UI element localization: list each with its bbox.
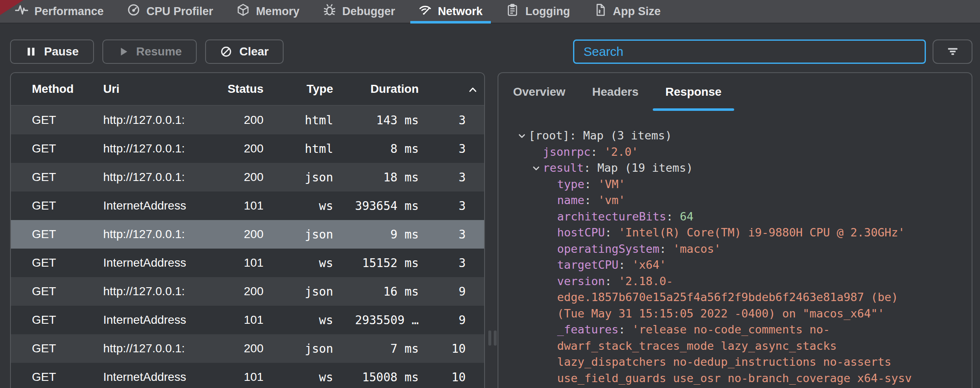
tree-value: 'Intel(R) Core(TM) i9-9880H CPU @ 2.30GH…	[618, 226, 905, 239]
nav-tab-cpu-profiler[interactable]: CPU Profiler	[115, 0, 225, 23]
tree-value: 'x64'	[632, 258, 666, 271]
nav-tab-label: Network	[438, 5, 483, 18]
expander-chevron-down-icon[interactable]	[517, 128, 529, 144]
column-header-duration[interactable]: Duration	[333, 82, 419, 96]
tree-separator: :	[605, 226, 619, 239]
tab-label: Response	[665, 85, 722, 99]
cell-method: GET	[11, 142, 103, 155]
tree-line: operatingSystem: 'macos'	[498, 241, 972, 257]
cell-ts: 3	[419, 199, 484, 213]
expander-chevron-down-icon[interactable]	[532, 160, 543, 176]
cell-method: GET	[11, 228, 103, 241]
cell-uri: InternetAddress	[103, 256, 201, 270]
table-row[interactable]: GEThttp://127.0.0.1:200json7 ms10	[11, 334, 484, 363]
cell-uri: InternetAddress	[103, 313, 201, 327]
table-row[interactable]: GETInternetAddress101ws15008 ms10	[11, 363, 484, 388]
filter-button[interactable]	[933, 39, 972, 64]
column-header-uri[interactable]: Uri	[103, 82, 201, 96]
cell-uri: http://127.0.0.1:	[103, 113, 201, 127]
table-row[interactable]: GETInternetAddress101ws393654 ms3	[11, 191, 484, 220]
tree-separator: :	[584, 178, 598, 191]
table-body: GEThttp://127.0.0.1:200html143 ms3GEThtt…	[11, 106, 484, 388]
nav-tab-label: Memory	[256, 5, 300, 18]
clipboard-icon	[506, 3, 519, 19]
column-header-method[interactable]: Method	[11, 82, 103, 96]
tree-line: targetCPU: 'x64'	[498, 257, 972, 273]
cell-type: ws	[263, 256, 333, 270]
cell-status: 101	[201, 199, 263, 212]
cell-method: GET	[11, 170, 103, 184]
tree-value: 'VM'	[598, 178, 626, 191]
pause-label: Pause	[44, 45, 79, 58]
tree-line: name: 'vm'	[498, 192, 972, 209]
tree-value: edge.1857b670e15a25f4a56f2f9bdeb6f2463e8…	[557, 291, 898, 304]
nav-tab-debugger[interactable]: Debugger	[311, 0, 407, 23]
cell-method: GET	[11, 199, 103, 212]
tree-value: use_field_guards use_osr no-branch_cover…	[557, 372, 912, 385]
nav-tab-performance[interactable]: Performance	[3, 0, 115, 23]
nav-tab-logging[interactable]: Logging	[494, 0, 581, 23]
tree-key: type	[557, 178, 584, 191]
tree-key: [root]	[529, 129, 570, 142]
cell-method: GET	[11, 342, 103, 355]
nav-tab-app-size[interactable]: App Size	[582, 0, 672, 23]
table-row[interactable]: GEThttp://127.0.0.1:200json16 ms9	[11, 277, 484, 306]
clear-label: Clear	[239, 45, 268, 58]
cell-method: GET	[11, 370, 103, 384]
table-row[interactable]: GEThttp://127.0.0.1:200html143 ms3	[11, 106, 484, 134]
pause-button[interactable]: Pause	[10, 39, 94, 64]
cell-status: 200	[201, 285, 263, 298]
cell-type: json	[263, 170, 333, 184]
tree-value: 'release no-code_comments no-	[632, 323, 830, 336]
column-header-type[interactable]: Type	[263, 82, 333, 96]
cell-type: ws	[263, 199, 333, 213]
tree-value: dwarf_stack_traces_mode lazy_async_stack…	[557, 339, 837, 352]
tree-line: architectureBits: 64	[498, 209, 972, 225]
tree-key: jsonrpc	[543, 145, 591, 158]
column-header-label: Uri	[103, 82, 120, 95]
split-drag-handle[interactable]	[487, 330, 498, 346]
cell-status: 200	[201, 228, 263, 241]
pause-icon	[25, 46, 37, 58]
nav-tab-network[interactable]: Network	[407, 0, 495, 23]
cell-type: json	[263, 342, 333, 356]
search-input[interactable]	[573, 39, 926, 64]
tree-line: hostCPU: 'Intel(R) Core(TM) i9-9880H CPU…	[498, 225, 972, 241]
nav-tab-memory[interactable]: Memory	[225, 0, 311, 23]
nav-tab-label: Debugger	[342, 5, 395, 18]
network-toolbar: Pause Resume Clear	[10, 39, 972, 64]
table-row[interactable]: GEThttp://127.0.0.1:200json18 ms3	[11, 163, 484, 191]
cell-status: 101	[201, 370, 263, 384]
cell-type: html	[263, 142, 333, 156]
tree-value: '2.0'	[604, 145, 638, 158]
cell-status: 101	[201, 256, 263, 270]
tree-line-continuation: edge.1857b670e15a25f4a56f2f9bdeb6f2463e8…	[498, 289, 972, 306]
cell-duration: 8 ms	[333, 142, 419, 156]
resume-button[interactable]: Resume	[102, 39, 197, 64]
table-row[interactable]: GETInternetAddress101ws15152 ms3	[11, 249, 484, 277]
tree-separator: :	[618, 323, 632, 336]
table-row[interactable]: GETInternetAddress101ws2935509 …9	[11, 306, 484, 334]
column-header-ts[interactable]	[419, 82, 484, 96]
cell-method: GET	[11, 113, 103, 127]
table-row[interactable]: GEThttp://127.0.0.1:200json9 ms3	[11, 220, 484, 249]
cell-method: GET	[11, 256, 103, 270]
network-icon	[419, 3, 432, 19]
cell-duration: 143 ms	[333, 113, 419, 127]
table-row[interactable]: GEThttp://127.0.0.1:200html8 ms3	[11, 134, 484, 163]
tree-separator: :	[618, 258, 632, 271]
cell-uri: http://127.0.0.1:	[103, 285, 201, 298]
tree-line-continuation: use_field_guards use_osr no-branch_cover…	[498, 370, 972, 387]
cell-type: html	[263, 113, 333, 127]
detail-tabs: OverviewHeadersResponse	[498, 73, 972, 117]
tree-separator: :	[605, 275, 619, 288]
clear-button[interactable]: Clear	[205, 39, 284, 64]
tab-response[interactable]: Response	[653, 73, 734, 117]
tab-overview[interactable]: Overview	[500, 73, 578, 117]
cell-duration: 7 ms	[333, 342, 419, 356]
main-split-view: MethodUriStatusTypeDuration GEThttp://12…	[0, 72, 980, 388]
tab-headers[interactable]: Headers	[580, 73, 652, 117]
nav-tabs: PerformanceCPU ProfilerMemoryDebuggerNet…	[3, 0, 672, 23]
cell-type: ws	[263, 370, 333, 384]
column-header-status[interactable]: Status	[201, 82, 263, 96]
